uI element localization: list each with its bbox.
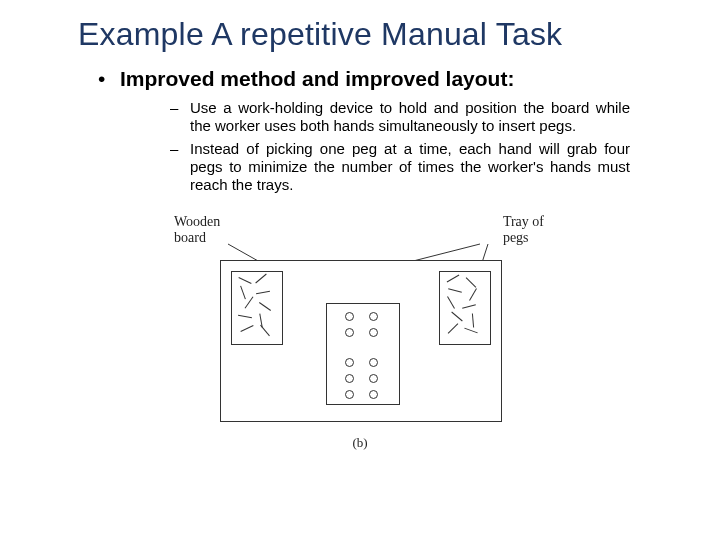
wooden-board: [326, 303, 400, 405]
slide: Example A repetitive Manual Task Improve…: [0, 0, 720, 449]
bullet-level1: Improved method and improved layout:: [120, 67, 680, 91]
bullet-level2: Use a work-holding device to hold and po…: [190, 99, 630, 136]
tray-left: [231, 271, 283, 345]
figure-caption: (b): [170, 435, 550, 451]
work-table: [220, 260, 502, 422]
slide-title: Example A repetitive Manual Task: [78, 16, 680, 53]
figure: and common peekeele so reomviste. The so…: [170, 214, 550, 449]
bullet-level2: Instead of picking one peg at a time, ea…: [190, 140, 630, 195]
tray-right: [439, 271, 491, 345]
